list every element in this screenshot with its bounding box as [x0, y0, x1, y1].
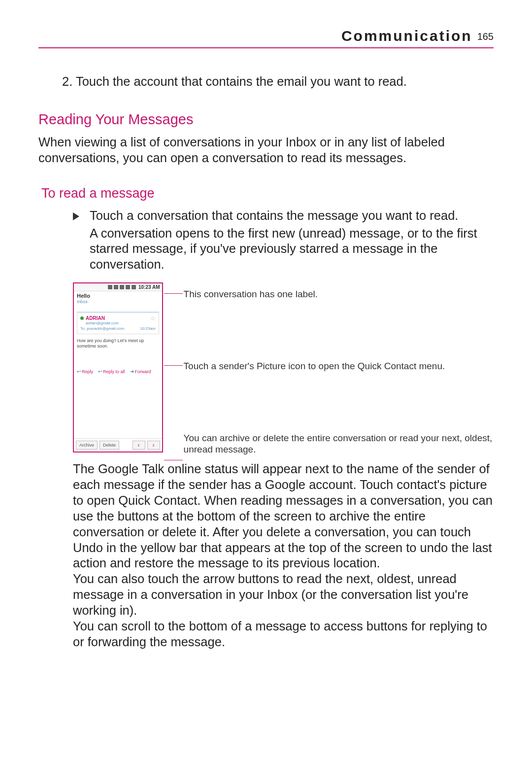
page-number: 165	[477, 31, 494, 42]
status-icon	[132, 285, 136, 289]
step-2: 2. Touch the account that contains the e…	[62, 74, 494, 90]
status-icon	[108, 285, 112, 289]
next-message-button[interactable]: ›	[147, 441, 160, 450]
bullet-text-1: Touch a conversation that contains the m…	[90, 209, 458, 222]
section-title: Communication	[341, 28, 472, 44]
paragraph-scroll: You can scroll to the bottom of a messag…	[73, 619, 494, 650]
to-address: youraddr@gmail.com	[87, 326, 124, 331]
annotation-archive-text: You can archive or delete the entire con…	[184, 433, 493, 455]
heading-reading-your-messages: Reading Your Messages	[38, 111, 494, 128]
status-bar: 10:23 AM	[74, 283, 162, 291]
triangle-bullet-icon	[73, 212, 79, 220]
bullet-explanation: A conversation opens to the first new (u…	[73, 226, 494, 273]
annotation-label-text: This conversation has one label.	[184, 289, 318, 299]
leader-line-icon	[164, 293, 183, 294]
archive-button[interactable]: Archive	[76, 441, 98, 450]
annotations: This conversation has one label. Touch a…	[184, 282, 494, 456]
bottom-bar: Archive Delete ‹ ›	[74, 438, 162, 452]
message-card: ☆ ADRIAN adrian@gmail.com To: youraddr@g…	[77, 312, 159, 334]
phone-screenshot: 10:23 AM Hello Inbox ☆ ADRIAN adrian@gma…	[73, 282, 163, 452]
bullet-touch-conversation: Touch a conversation that contains the m…	[73, 208, 494, 224]
leader-line-icon	[164, 460, 183, 460]
diagram: 10:23 AM Hello Inbox ☆ ADRIAN adrian@gma…	[73, 282, 494, 456]
sender-line: ADRIAN	[80, 315, 156, 321]
prev-message-button[interactable]: ‹	[133, 441, 145, 450]
reply-all-button[interactable]: Reply to all	[98, 369, 125, 374]
annotation-picture: Touch a sender's Picture icon to open th…	[184, 360, 494, 372]
leader-line-icon	[164, 365, 183, 366]
annotation-label: This conversation has one label.	[184, 288, 494, 300]
paragraph-googletalk: The Google Talk online status will appea…	[73, 461, 494, 571]
forward-button[interactable]: Forward	[130, 369, 151, 374]
page: Communication 165 2. Touch the account t…	[0, 0, 532, 765]
sender-address: adrian@gmail.com	[86, 321, 156, 325]
status-icon	[114, 285, 118, 289]
message-body: How are you doing? Let's meet up sometim…	[77, 338, 159, 349]
status-icon	[120, 285, 124, 289]
spacer	[121, 441, 131, 450]
reading-intro: When viewing a list of conversations in …	[38, 135, 494, 166]
status-time: 10:23 AM	[138, 284, 160, 290]
sender-name: ADRIAN	[86, 315, 105, 321]
annotation-picture-text: Touch a sender's Picture icon to open th…	[184, 361, 445, 371]
subject-row: Hello Inbox	[74, 291, 162, 305]
reply-actions: Reply Reply to all Forward	[77, 369, 159, 374]
annotation-archive: You can archive or delete the entire con…	[184, 432, 494, 456]
page-header: Communication 165	[38, 28, 494, 48]
delete-button[interactable]: Delete	[100, 441, 119, 450]
to-prefix: To:	[80, 326, 86, 331]
paragraph-arrows: You can also touch the arrow buttons to …	[73, 571, 494, 619]
message-time: 10:23am	[140, 326, 155, 331]
heading-to-read-a-message: To read a message	[41, 186, 494, 201]
subject: Hello	[77, 293, 90, 299]
reply-button[interactable]: Reply	[77, 369, 93, 374]
status-icon	[126, 285, 130, 289]
to-line: To: youraddr@gmail.com 10:23am	[80, 326, 156, 331]
star-icon[interactable]: ☆	[150, 315, 156, 322]
presence-dot-icon	[80, 316, 84, 320]
subject-label: Inbox	[77, 299, 88, 304]
bullet-block: Touch a conversation that contains the m…	[73, 208, 494, 273]
